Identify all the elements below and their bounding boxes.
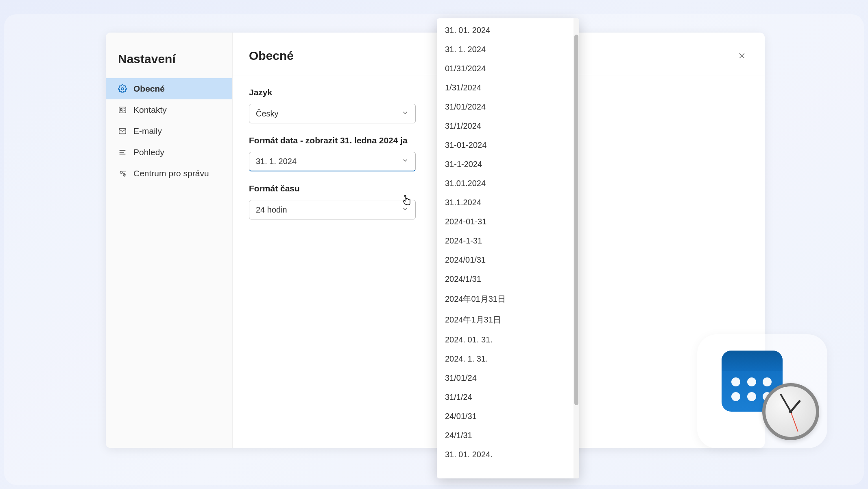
sidebar-item-label: Centrum pro správu [133, 169, 209, 178]
sidebar-item-admin[interactable]: Centrum pro správu [106, 163, 232, 184]
svg-point-2 [120, 108, 122, 110]
scrollbar-thumb[interactable] [574, 35, 578, 405]
sidebar-item-views[interactable]: Pohledy [106, 142, 232, 163]
sidebar-item-label: Pohledy [133, 147, 164, 157]
date-format-option[interactable]: 1/31/2024 [437, 78, 574, 97]
date-format-option[interactable]: 24/1/31 [437, 426, 574, 445]
sidebar-item-label: Obecné [133, 84, 165, 94]
date-format-dropdown: 31. 01. 202431. 1. 202401/31/20241/31/20… [437, 18, 579, 478]
close-button[interactable] [735, 49, 748, 62]
dropdown-list[interactable]: 31. 01. 202431. 1. 202401/31/20241/31/20… [437, 18, 574, 478]
date-format-option[interactable]: 2024. 1. 31. [437, 349, 574, 368]
language-value: Česky [256, 109, 279, 118]
date-format-option[interactable]: 31.01.2024 [437, 174, 574, 193]
clock-icon [762, 383, 819, 440]
sidebar-item-label: E-maily [133, 126, 162, 136]
decorative-app-icon [697, 334, 827, 448]
sidebar-item-emails[interactable]: E-maily [106, 121, 232, 142]
language-select[interactable]: Česky [249, 104, 416, 123]
date-format-option[interactable]: 2024-1-31 [437, 231, 574, 250]
date-format-select[interactable]: 31. 1. 2024 [249, 152, 416, 171]
svg-point-9 [120, 171, 123, 174]
date-format-value: 31. 1. 2024 [256, 157, 297, 166]
chevron-down-icon [401, 109, 409, 118]
time-format-select[interactable]: 24 hodin [249, 200, 416, 219]
page-title: Obecné [249, 49, 294, 63]
svg-point-0 [121, 88, 124, 90]
settings-window: Nastavení Obecné Kontakty E-maily Pohled… [106, 33, 765, 448]
date-format-option[interactable]: 31-1-2024 [437, 155, 574, 174]
date-format-option[interactable]: 2024/1/31 [437, 270, 574, 289]
svg-rect-1 [119, 107, 126, 113]
list-icon [118, 148, 127, 157]
date-format-option[interactable]: 31/1/24 [437, 388, 574, 407]
date-format-option[interactable]: 31. 01. 2024. [437, 445, 574, 464]
time-format-value: 24 hodin [256, 205, 287, 215]
date-format-option[interactable]: 31/1/2024 [437, 116, 574, 136]
sidebar-item-label: Kontakty [133, 105, 167, 115]
date-format-option[interactable]: 2024年01月31日 [437, 289, 574, 309]
date-format-option[interactable]: 31/01/24 [437, 368, 574, 388]
date-format-option[interactable]: 2024年1月31日 [437, 309, 574, 330]
date-format-option[interactable]: 31.1.2024 [437, 193, 574, 212]
contact-icon [118, 105, 127, 114]
date-format-option[interactable]: 2024. 01. 31. [437, 330, 574, 349]
date-format-option[interactable]: 31/01/2024 [437, 97, 574, 116]
sidebar: Nastavení Obecné Kontakty E-maily Pohled… [106, 33, 233, 448]
date-format-option[interactable]: 31. 1. 2024 [437, 40, 574, 59]
admin-icon [118, 169, 127, 178]
date-format-option[interactable]: 2024/01/31 [437, 250, 574, 270]
close-icon [738, 52, 746, 60]
sidebar-title: Nastavení [106, 45, 232, 78]
date-format-option[interactable]: 24/01/31 [437, 407, 574, 426]
date-format-option[interactable]: 31. 01. 2024 [437, 21, 574, 40]
sidebar-item-general[interactable]: Obecné [106, 78, 232, 99]
date-format-option[interactable]: 01/31/2024 [437, 59, 574, 78]
chevron-down-icon [401, 157, 409, 166]
sidebar-item-contacts[interactable]: Kontakty [106, 99, 232, 121]
date-format-option[interactable]: 31-01-2024 [437, 136, 574, 155]
svg-point-10 [124, 175, 125, 176]
mail-icon [118, 127, 127, 136]
gear-icon [118, 84, 127, 93]
dropdown-scrollbar[interactable] [574, 18, 579, 478]
date-format-option[interactable]: 2024-01-31 [437, 212, 574, 231]
chevron-down-icon [401, 205, 409, 215]
